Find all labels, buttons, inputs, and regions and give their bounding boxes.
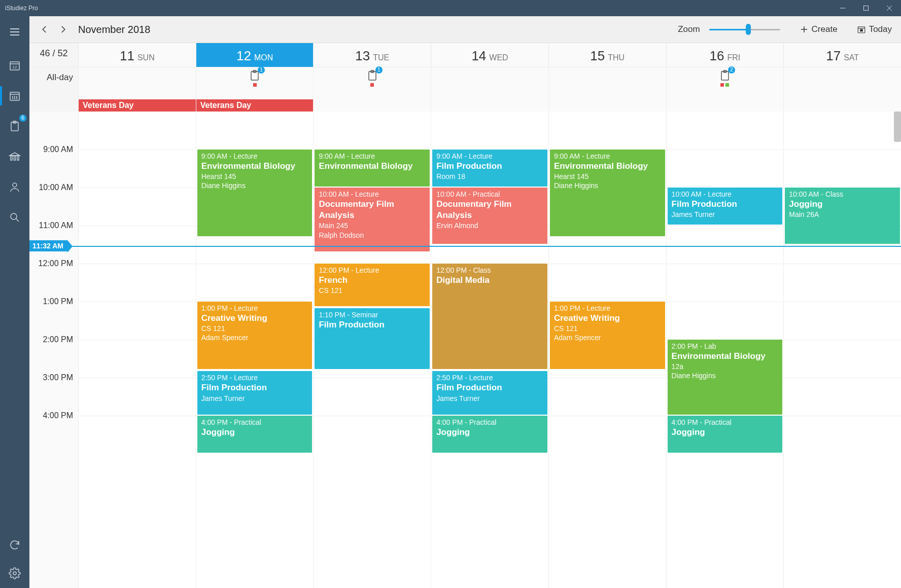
scrollbar[interactable] [894,112,901,142]
day-header[interactable]: 16FRI [666,43,784,67]
event-time: 12:00 PM - Class [436,266,543,275]
zoom-slider[interactable] [709,24,780,34]
calendar-body[interactable]: 9:00 AM10:00 AM11:00 AM12:00 PM1:00 PM2:… [29,112,901,588]
svg-rect-1 [864,6,869,11]
calendar-event[interactable]: 9:00 AM - Lecture Film ProductionRoom 18 [432,150,547,187]
calendar-event[interactable]: 10:00 AM - Lecture Documentary Film Anal… [315,188,430,251]
calendar-event[interactable]: 10:00 AM - Practical Documentary Film An… [432,188,547,244]
menu-button[interactable] [5,22,24,42]
event-time: 9:00 AM - Lecture [201,152,308,161]
allday-cell[interactable]: 2 [666,67,784,112]
hour-label: 12:00 PM [39,259,73,268]
calendar-event[interactable]: 1:10 PM - Seminar Film Production [315,308,430,369]
nav-today[interactable]: 12 [5,56,24,75]
event-room: CS 121 [201,324,308,333]
calendar-event[interactable]: 4:00 PM - Practical Jogging [432,416,547,453]
course-dot [725,83,729,87]
day-header[interactable]: 15THU [548,43,666,67]
day-header[interactable]: 13TUE [313,43,431,67]
allday-event[interactable]: Veterans Day [79,99,196,112]
day-header[interactable]: 11SUN [78,43,196,67]
assignment-icon[interactable]: 2 [719,69,731,82]
calendar-event[interactable]: 4:00 PM - Practical Jogging [668,416,783,453]
calendar-event[interactable]: 9:00 AM - Lecture Environmental BiologyH… [550,150,665,236]
event-title: Environmental Biology [672,351,779,362]
day-header[interactable]: 17SAT [783,43,901,67]
calendar-event[interactable]: 1:00 PM - Lecture Creative WritingCS 121… [197,302,313,369]
day-number: 17 [826,48,841,63]
course-dot [253,83,257,87]
day-header[interactable]: 12MON [196,43,314,67]
svg-rect-18 [11,156,12,160]
day-column[interactable]: 10:00 AM - Class JoggingMain 26A [783,112,901,588]
allday-cell[interactable] [548,67,666,112]
nav-planner[interactable] [5,147,24,166]
event-title: Film Production [672,199,779,210]
zoom-label: Zoom [678,24,700,34]
day-column[interactable]: 9:00 AM - Lecture Film ProductionRoom 18… [431,112,548,588]
calendar-event[interactable]: 12:00 PM - Class Digital Media [432,264,547,369]
window-close-button[interactable] [878,0,901,16]
calendar-event[interactable]: 4:00 PM - Practical Jogging [197,416,313,453]
event-time: 10:00 AM - Practical [436,190,543,199]
day-column[interactable]: 9:00 AM - Lecture Environmental BiologyH… [548,112,666,588]
calendar-event[interactable]: 2:50 PM - Lecture Film ProductionJames T… [197,371,313,415]
now-time-badge: 11:32 AM [29,240,67,251]
assignment-icon[interactable]: 1 [366,69,378,82]
event-title: Jogging [672,427,779,438]
nav-calendar[interactable] [5,86,24,105]
today-button[interactable]: Today [857,24,892,34]
create-button[interactable]: Create [800,24,838,34]
day-column[interactable]: 9:00 AM - Lecture Environmental Biology1… [313,112,431,588]
calendar-event[interactable]: 2:50 PM - Lecture Film ProductionJames T… [432,371,547,415]
event-title: Creative Writing [554,313,661,324]
event-room: CS 121 [319,286,426,295]
event-time: 4:00 PM - Practical [201,418,308,427]
day-column[interactable] [78,112,196,588]
assignment-icon[interactable]: 1 [249,69,261,82]
event-time: 10:00 AM - Class [789,190,896,199]
week-number: 46 / 52 [29,43,78,59]
allday-cell[interactable]: 1 [313,67,431,112]
svg-marker-21 [10,153,20,156]
event-title: Environmental Biology [319,161,426,172]
event-title: Film Production [319,319,426,330]
calendar-event[interactable]: 10:00 AM - Class JoggingMain 26A [785,188,900,244]
allday-event[interactable]: Veterans Day [196,99,314,112]
event-instructor: Diane Higgins [672,371,779,380]
allday-cell[interactable] [431,67,548,112]
nav-instructors[interactable] [5,177,24,197]
svg-point-23 [11,213,17,219]
window-maximize-button[interactable] [854,0,878,16]
hour-label: 3:00 PM [43,373,73,382]
event-time: 12:00 PM - Lecture [319,266,426,275]
allday-cell[interactable] [783,67,901,112]
nav-sync[interactable] [5,535,24,555]
calendar-event[interactable]: 2:00 PM - Lab Environmental Biology12aDi… [668,340,783,415]
day-name: TUE [373,53,389,62]
allday-cell[interactable]: 1Veterans Day [196,67,314,112]
calendar: 46 / 52 11SUN12MON13TUE14WED15THU16FRI17… [29,43,901,588]
calendar-event[interactable]: 12:00 PM - Lecture FrenchCS 121 [315,264,430,306]
event-time: 4:00 PM - Practical [436,418,543,427]
allday-cell[interactable]: Veterans Day [78,67,196,112]
day-number: 13 [355,48,370,63]
event-title: Film Production [436,161,543,172]
calendar-event[interactable]: 9:00 AM - Lecture Environmental BiologyH… [197,150,313,236]
day-column[interactable]: 9:00 AM - Lecture Environmental BiologyH… [196,112,314,588]
calendar-event[interactable]: 10:00 AM - Lecture Film ProductionJames … [668,188,783,225]
day-header[interactable]: 14WED [431,43,548,67]
event-title: Documentary Film Analysis [436,199,543,221]
nav-search[interactable] [5,208,24,227]
calendar-event[interactable]: 9:00 AM - Lecture Environmental Biology [315,150,430,187]
day-column[interactable]: 10:00 AM - Lecture Film ProductionJames … [666,112,784,588]
event-room: Hearst 145 [201,172,308,181]
nav-assignments[interactable]: 6 [5,117,24,136]
calendar-event[interactable]: 1:00 PM - Lecture Creative WritingCS 121… [550,302,665,369]
hour-label: 9:00 AM [43,145,73,154]
prev-week-button[interactable] [39,23,51,35]
day-name: THU [608,53,625,62]
nav-settings[interactable] [5,564,24,583]
next-week-button[interactable] [57,23,69,35]
window-minimize-button[interactable] [831,0,854,16]
